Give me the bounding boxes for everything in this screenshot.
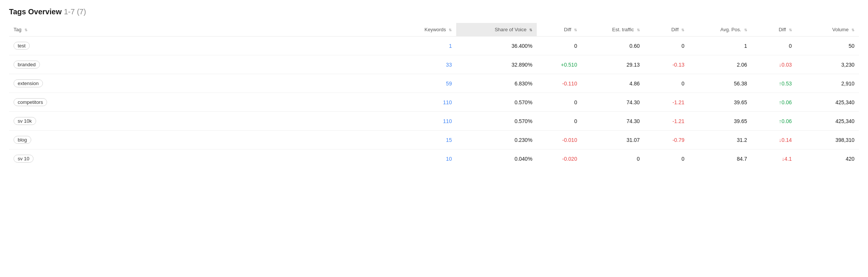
col-tag[interactable]: Tag ⇅: [9, 23, 394, 37]
table-row: test136.400%00.6001050: [9, 37, 859, 55]
col-diff1[interactable]: Diff ⇅: [537, 23, 582, 37]
tag-badge[interactable]: sv 10: [14, 155, 34, 163]
keywords-link[interactable]: 110: [443, 118, 452, 124]
keywords-link[interactable]: 33: [446, 62, 452, 68]
cell-avg-pos: 39.65: [689, 93, 751, 112]
cell-diff2: -1.21: [644, 112, 689, 131]
cell-diff3: ↓0.14: [752, 131, 796, 149]
table-body: test136.400%00.6001050branded3332.890%+0…: [9, 37, 859, 168]
cell-est-traffic: 74.30: [582, 93, 644, 112]
cell-tag: competitors: [9, 93, 394, 112]
page-container: Tags Overview 1-7 (7) Tag ⇅ Keywords ⇅ S…: [0, 0, 868, 175]
cell-tag: test: [9, 37, 394, 55]
col-diff3[interactable]: Diff ⇅: [752, 23, 796, 37]
cell-diff1: -0.010: [537, 131, 582, 149]
page-header: Tags Overview 1-7 (7): [9, 8, 859, 16]
cell-avg-pos: 2.06: [689, 55, 751, 74]
keywords-link[interactable]: 59: [446, 81, 452, 87]
col-keywords-label: Keywords: [425, 27, 446, 32]
col-diff2[interactable]: Diff ⇅: [644, 23, 689, 37]
cell-diff3: ↑0.06: [752, 112, 796, 131]
cell-tag: branded: [9, 55, 394, 74]
cell-diff2: -1.21: [644, 93, 689, 112]
cell-volume: 2,910: [796, 74, 859, 93]
cell-keywords: 15: [394, 131, 456, 149]
cell-tag: sv 10: [9, 149, 394, 168]
col-avg-pos[interactable]: Avg. Pos. ⇅: [689, 23, 751, 37]
cell-keywords: 10: [394, 149, 456, 168]
cell-share-of-voice: 0.230%: [456, 131, 537, 149]
cell-avg-pos: 31.2: [689, 131, 751, 149]
cell-diff1: -0.110: [537, 74, 582, 93]
cell-est-traffic: 31.07: [582, 131, 644, 149]
col-tag-sort-icon: ⇅: [24, 28, 27, 32]
table-row: extension596.830%-0.1104.86056.38↑0.532,…: [9, 74, 859, 93]
cell-share-of-voice: 6.830%: [456, 74, 537, 93]
col-sov-sort-icon: ⇅: [529, 28, 532, 32]
col-volume[interactable]: Volume ⇅: [796, 23, 859, 37]
cell-share-of-voice: 0.040%: [456, 149, 537, 168]
tag-badge[interactable]: sv 10k: [14, 117, 36, 125]
cell-diff3: ↑0.06: [752, 93, 796, 112]
col-tag-label: Tag: [14, 27, 21, 32]
col-diff2-label: Diff: [671, 27, 678, 32]
col-diff1-sort-icon: ⇅: [574, 28, 577, 32]
col-keywords[interactable]: Keywords ⇅: [394, 23, 456, 37]
cell-diff3: 0: [752, 37, 796, 55]
col-keywords-sort-icon: ⇅: [449, 28, 452, 32]
table-row: sv 10100.040%-0.0200084.7↓4.1420: [9, 149, 859, 168]
col-diff3-label: Diff: [779, 27, 786, 32]
tag-badge[interactable]: blog: [14, 136, 31, 144]
col-diff1-label: Diff: [564, 27, 571, 32]
table-row: competitors1100.570%074.30-1.2139.65↑0.0…: [9, 93, 859, 112]
cell-volume: 3,230: [796, 55, 859, 74]
cell-diff2: 0: [644, 37, 689, 55]
cell-diff1: 0: [537, 37, 582, 55]
keywords-link[interactable]: 1: [449, 43, 452, 49]
cell-share-of-voice: 36.400%: [456, 37, 537, 55]
cell-diff1: 0: [537, 93, 582, 112]
cell-share-of-voice: 0.570%: [456, 93, 537, 112]
keywords-link[interactable]: 15: [446, 137, 452, 143]
tag-badge[interactable]: test: [14, 42, 30, 50]
cell-volume: 425,340: [796, 112, 859, 131]
keywords-link[interactable]: 10: [446, 156, 452, 162]
cell-tag: sv 10k: [9, 112, 394, 131]
cell-avg-pos: 84.7: [689, 149, 751, 168]
tag-badge[interactable]: competitors: [14, 98, 47, 106]
cell-est-traffic: 0: [582, 149, 644, 168]
cell-est-traffic: 0.60: [582, 37, 644, 55]
tag-badge[interactable]: extension: [14, 79, 43, 87]
cell-avg-pos: 39.65: [689, 112, 751, 131]
cell-diff1: +0.510: [537, 55, 582, 74]
cell-diff3: ↓0.03: [752, 55, 796, 74]
page-range: 1-7 (7): [64, 8, 86, 16]
keywords-link[interactable]: 110: [443, 99, 452, 105]
table-row: branded3332.890%+0.51029.13-0.132.06↓0.0…: [9, 55, 859, 74]
tag-badge[interactable]: branded: [14, 61, 40, 68]
col-volume-label: Volume: [832, 27, 848, 32]
cell-est-traffic: 29.13: [582, 55, 644, 74]
cell-est-traffic: 4.86: [582, 74, 644, 93]
cell-avg-pos: 1: [689, 37, 751, 55]
cell-diff1: -0.020: [537, 149, 582, 168]
cell-volume: 50: [796, 37, 859, 55]
col-avg-pos-sort-icon: ⇅: [744, 28, 747, 32]
col-est-traffic-sort-icon: ⇅: [637, 28, 640, 32]
table-header: Tag ⇅ Keywords ⇅ Share of Voice ⇅ Diff ⇅…: [9, 23, 859, 37]
col-diff3-sort-icon: ⇅: [789, 28, 792, 32]
cell-keywords: 110: [394, 112, 456, 131]
cell-share-of-voice: 0.570%: [456, 112, 537, 131]
col-share-of-voice[interactable]: Share of Voice ⇅: [456, 23, 537, 37]
cell-diff2: 0: [644, 74, 689, 93]
cell-volume: 398,310: [796, 131, 859, 149]
cell-diff3: ↑0.53: [752, 74, 796, 93]
cell-share-of-voice: 32.890%: [456, 55, 537, 74]
col-avg-pos-label: Avg. Pos.: [720, 27, 741, 32]
table-row: sv 10k1100.570%074.30-1.2139.65↑0.06425,…: [9, 112, 859, 131]
col-est-traffic[interactable]: Est. traffic ⇅: [582, 23, 644, 37]
cell-keywords: 33: [394, 55, 456, 74]
cell-keywords: 59: [394, 74, 456, 93]
cell-tag: blog: [9, 131, 394, 149]
cell-avg-pos: 56.38: [689, 74, 751, 93]
